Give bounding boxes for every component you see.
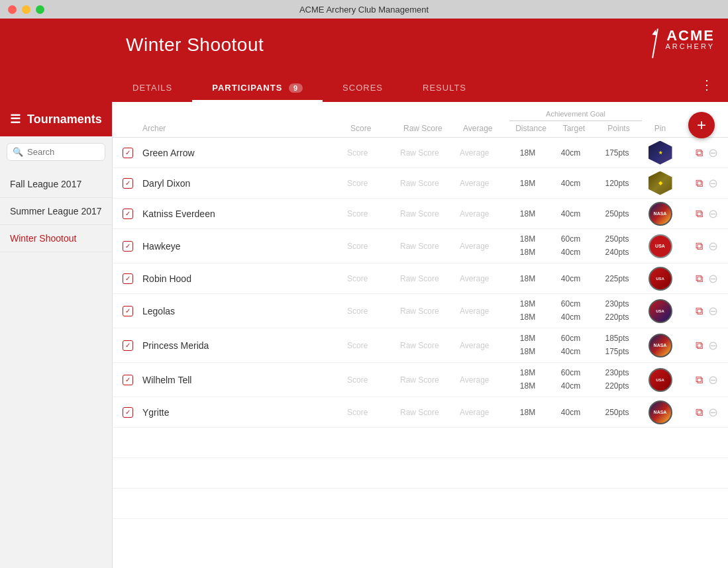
copy-icon[interactable]: ⧉ — [696, 177, 703, 189]
checkbox-icon[interactable]: ✓ — [123, 148, 133, 158]
more-options-icon[interactable]: ⋮ — [700, 77, 715, 93]
table-row: ✓ Hawkeye Score Raw Score Average 18M18M… — [113, 229, 728, 263]
remove-icon[interactable]: ⊖ — [708, 338, 718, 353]
copy-icon[interactable]: ⧉ — [696, 374, 703, 386]
copy-icon[interactable]: ⧉ — [696, 147, 703, 159]
achievement-badge: USA — [649, 299, 672, 323]
app-header: Winter Shootout ACME ARCHERY — [0, 19, 728, 71]
search-input[interactable] — [27, 147, 99, 157]
table-row: ✓ Green Arrow Score Raw Score Average 18… — [113, 138, 728, 168]
remove-icon[interactable]: ⊖ — [708, 304, 718, 318]
th-score: Score — [350, 124, 403, 133]
remove-icon[interactable]: ⊖ — [708, 271, 718, 286]
remove-icon[interactable]: ⊖ — [708, 373, 718, 387]
remove-icon[interactable]: ⊖ — [708, 176, 718, 191]
add-participant-button[interactable]: + — [688, 112, 715, 138]
tournament-title: Winter Shootout — [126, 34, 264, 56]
achievement-badge: ★ — [649, 141, 672, 165]
tab-participants[interactable]: PARTICIPANTS 9 — [192, 83, 323, 102]
checkbox-icon[interactable]: ✓ — [123, 178, 133, 189]
row-checkbox[interactable]: ✓ — [123, 148, 142, 158]
tab-scores[interactable]: SCORES — [323, 83, 403, 102]
title-bar: ACME Archery Club Management — [0, 0, 728, 19]
table-row: ✓ Legolas Score Raw Score Average 18M18M… — [113, 294, 728, 328]
table-header: Archer Score Raw Score Average Distance … — [113, 121, 728, 138]
table-row: ✓ Wilhelm Tell Score Raw Score Average 1… — [113, 363, 728, 397]
remove-icon[interactable]: ⊖ — [708, 207, 718, 221]
remove-icon[interactable]: ⊖ — [708, 405, 718, 420]
search-box[interactable]: 🔍 — [7, 143, 105, 161]
nav-tabs: DETAILS PARTICIPANTS 9 SCORES RESULTS ⋮ — [0, 71, 728, 102]
achievement-badge: USA — [649, 368, 672, 392]
logo: ACME ARCHERY — [654, 28, 715, 62]
table-row: ✓ Katniss Everdeen Score Raw Score Avera… — [113, 199, 728, 229]
logo-archery-text: ARCHERY — [665, 43, 715, 50]
empty-row — [113, 458, 728, 489]
archer-name: Green Arrow — [142, 148, 347, 158]
main-layout: ☰ Tournaments 🔍 Fall League 2017 Summer … — [0, 102, 728, 568]
content-area: + Achievement Goal Archer Score Raw Scor… — [113, 102, 728, 568]
copy-icon[interactable]: ⧉ — [696, 406, 703, 418]
th-average: Average — [463, 124, 509, 133]
achievement-badge: ◆ — [649, 171, 672, 195]
tab-details[interactable]: DETAILS — [113, 83, 192, 102]
copy-icon[interactable]: ⧉ — [696, 208, 703, 220]
achievement-header-row: Achievement Goal — [113, 102, 728, 121]
checkbox-icon[interactable]: ✓ — [123, 209, 133, 219]
achievement-badge: USA — [649, 234, 672, 258]
copy-icon[interactable]: ⧉ — [696, 240, 703, 252]
logo-acme-text: ACME — [665, 28, 715, 43]
th-raw-score: Raw Score — [403, 124, 463, 133]
sidebar-item-winter[interactable]: Winter Shootout — [0, 225, 112, 252]
achievement-badge: NASA — [649, 202, 672, 226]
th-target: Target — [552, 124, 596, 133]
achievement-badge: NASA — [649, 334, 672, 357]
achievement-badge: NASA — [649, 401, 672, 424]
checkbox-icon[interactable]: ✓ — [123, 407, 133, 418]
tab-results[interactable]: RESULTS — [403, 83, 486, 102]
copy-icon[interactable]: ⧉ — [696, 273, 703, 285]
checkbox-icon[interactable]: ✓ — [123, 340, 133, 351]
achievement-goal-label: Achievement Goal — [509, 110, 642, 121]
sidebar-item-fall2017[interactable]: Fall League 2017 — [0, 171, 112, 198]
remove-icon[interactable]: ⊖ — [708, 239, 718, 254]
table-row: ✓ Princess Merida Score Raw Score Averag… — [113, 328, 728, 363]
copy-icon[interactable]: ⧉ — [696, 340, 703, 352]
empty-row — [113, 489, 728, 519]
table-row: ✓ Ygritte Score Raw Score Average 18M 40… — [113, 397, 728, 428]
th-distance: Distance — [509, 124, 552, 133]
hamburger-icon[interactable]: ☰ — [10, 112, 21, 126]
search-icon: 🔍 — [13, 147, 23, 157]
checkbox-icon[interactable]: ✓ — [123, 241, 133, 252]
th-points: Points — [596, 124, 642, 133]
minimize-button[interactable] — [22, 5, 30, 14]
th-pin: Pin — [642, 124, 678, 133]
copy-icon[interactable]: ⧉ — [696, 305, 703, 317]
sidebar: ☰ Tournaments 🔍 Fall League 2017 Summer … — [0, 102, 113, 568]
remove-icon[interactable]: ⊖ — [708, 146, 718, 160]
window-title: ACME Archery Club Management — [299, 5, 429, 15]
sidebar-title: Tournaments — [27, 113, 102, 126]
table-row: ✓ Daryl Dixon Score Raw Score Average 18… — [113, 168, 728, 199]
maximize-button[interactable] — [36, 5, 44, 14]
table-row: ✓ Robin Hood Score Raw Score Average 18M… — [113, 263, 728, 294]
empty-row — [113, 428, 728, 458]
window-controls — [8, 5, 44, 14]
checkbox-icon[interactable]: ✓ — [123, 273, 133, 284]
achievement-badge: USA — [649, 267, 672, 291]
close-button[interactable] — [8, 5, 17, 14]
checkbox-icon[interactable]: ✓ — [123, 375, 133, 385]
checkbox-icon[interactable]: ✓ — [123, 306, 133, 316]
th-archer: Archer — [142, 124, 350, 133]
participants-badge: 9 — [289, 83, 303, 93]
sidebar-header: ☰ Tournaments — [0, 102, 112, 136]
sidebar-item-summer2017[interactable]: Summer League 2017 — [0, 198, 112, 225]
